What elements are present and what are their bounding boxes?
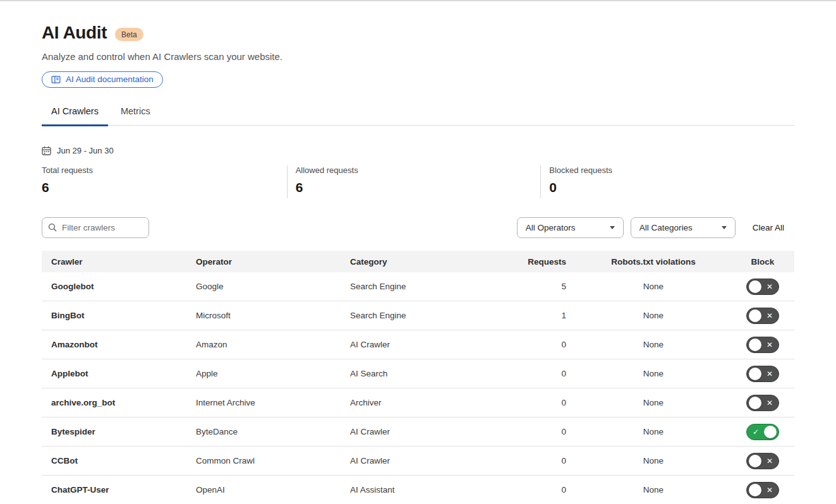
table-row: Bytespider ByteDance AI Crawler 0 None ✓… <box>42 417 794 447</box>
tab-ai-crawlers[interactable]: AI Crawlers <box>42 106 108 126</box>
crawler-name-cell: archive.org_bot <box>42 398 196 407</box>
table-row: Amazonbot Amazon AI Crawler 0 None ✓ ✕ <box>42 330 794 359</box>
stat-divider <box>540 165 541 198</box>
x-icon: ✕ <box>766 483 773 498</box>
block-toggle[interactable]: ✓ ✕ <box>746 308 779 324</box>
violations-cell: None <box>566 282 741 291</box>
block-toggle[interactable]: ✓ ✕ <box>746 337 779 353</box>
crawler-filter <box>42 217 149 238</box>
block-toggle[interactable]: ✓ ✕ <box>746 482 779 498</box>
documentation-button-label: AI Audit documentation <box>66 75 154 84</box>
crawler-name-cell: Googlebot <box>42 282 196 291</box>
stat-blocked-requests: Blocked requests 0 <box>549 165 794 198</box>
block-toggle[interactable]: ✓ ✕ <box>746 424 779 440</box>
requests-cell: 1 <box>504 311 566 320</box>
crawler-name-cell: Amazonbot <box>42 340 196 349</box>
toggle-knob <box>764 426 777 438</box>
x-icon: ✕ <box>766 337 773 352</box>
operators-dropdown-value: All Operators <box>526 223 576 232</box>
block-cell: ✓ ✕ <box>741 308 794 324</box>
clear-all-button[interactable]: Clear All <box>753 223 784 232</box>
operator-cell: Google <box>196 282 350 291</box>
operators-dropdown[interactable]: All Operators <box>517 217 624 238</box>
beta-badge: Beta <box>115 28 143 41</box>
violations-cell: None <box>566 311 741 320</box>
block-cell: ✓ ✕ <box>741 453 794 469</box>
violations-cell: None <box>566 398 741 407</box>
requests-cell: 0 <box>504 340 566 349</box>
stat-value: 6 <box>42 180 287 195</box>
column-header-crawler: Crawler <box>42 257 196 267</box>
column-header-violations: Robots.txt violations <box>566 257 741 267</box>
table-row: CCBot Common Crawl AI Crawler 0 None ✓ ✕ <box>42 447 794 476</box>
toggle-knob <box>749 368 761 380</box>
violations-cell: None <box>566 369 741 378</box>
filter-crawlers-input[interactable] <box>42 217 149 238</box>
stat-value: 0 <box>549 180 794 195</box>
block-toggle[interactable]: ✓ ✕ <box>746 279 779 295</box>
violations-cell: None <box>566 456 741 465</box>
categories-dropdown-value: All Categories <box>639 223 693 232</box>
filter-controls: All Operators All Categories Clear All <box>517 217 794 238</box>
table-row: BingBot Microsoft Search Engine 1 None ✓… <box>42 301 794 330</box>
chevron-down-icon <box>722 226 727 229</box>
block-cell: ✓ ✕ <box>741 482 794 498</box>
table-body: Googlebot Google Search Engine 5 None ✓ … <box>42 272 794 504</box>
block-cell: ✓ ✕ <box>741 366 794 382</box>
column-header-requests: Requests <box>504 257 566 267</box>
requests-cell: 0 <box>504 427 566 436</box>
violations-cell: None <box>566 427 741 436</box>
check-icon: ✓ <box>753 424 759 440</box>
operator-cell: Common Crawl <box>196 456 350 465</box>
x-icon: ✕ <box>766 279 773 294</box>
requests-cell: 5 <box>504 282 566 291</box>
categories-dropdown[interactable]: All Categories <box>631 217 736 238</box>
block-toggle[interactable]: ✓ ✕ <box>746 366 779 382</box>
block-cell: ✓ ✕ <box>741 395 794 411</box>
page-header: AI Audit Beta <box>42 23 794 43</box>
stat-value: 6 <box>296 180 541 195</box>
toggle-knob <box>749 339 761 351</box>
table-header: Crawler Operator Category Requests Robot… <box>42 251 794 272</box>
crawler-name-cell: ChatGPT-User <box>42 485 196 495</box>
stat-label: Allowed requests <box>296 165 541 175</box>
stat-label: Blocked requests <box>549 165 794 175</box>
toggle-knob <box>749 280 761 293</box>
violations-cell: None <box>566 340 741 349</box>
tab-metrics[interactable]: Metrics <box>111 106 160 126</box>
crawler-name-cell: Applebot <box>42 369 196 378</box>
stat-allowed-requests: Allowed requests 6 <box>296 165 541 198</box>
block-cell: ✓ ✕ <box>741 279 794 295</box>
toggle-knob <box>749 309 761 322</box>
table-row: archive.org_bot Internet Archive Archive… <box>42 388 794 417</box>
stat-label: Total requests <box>42 165 287 175</box>
requests-cell: 0 <box>504 369 566 378</box>
requests-cell: 0 <box>504 456 566 465</box>
main-content: AI Audit Beta Analyze and control when A… <box>42 23 794 504</box>
requests-cell: 0 <box>504 398 566 407</box>
tab-bar: AI Crawlers Metrics <box>42 106 794 126</box>
date-range-picker[interactable]: Jun 29 - Jun 30 <box>42 146 114 155</box>
crawler-name-cell: BingBot <box>42 311 196 320</box>
block-toggle[interactable]: ✓ ✕ <box>746 453 779 469</box>
column-header-operator: Operator <box>196 257 350 267</box>
category-cell: Archiver <box>350 398 504 407</box>
block-cell: ✓ ✕ <box>741 337 794 353</box>
table-row: ChatGPT-User OpenAI AI Assistant 0 None … <box>42 476 794 504</box>
block-toggle[interactable]: ✓ ✕ <box>746 395 779 411</box>
crawler-name-cell: Bytespider <box>42 427 196 436</box>
x-icon: ✕ <box>766 366 773 381</box>
operator-cell: Internet Archive <box>196 398 350 407</box>
violations-cell: None <box>566 485 741 495</box>
documentation-button[interactable]: AI Audit documentation <box>42 71 163 88</box>
category-cell: AI Search <box>350 369 504 378</box>
toggle-knob <box>749 397 761 409</box>
calendar-icon <box>42 146 51 155</box>
x-icon: ✕ <box>766 308 773 323</box>
column-header-category: Category <box>350 257 504 267</box>
toggle-knob <box>749 455 761 467</box>
x-icon: ✕ <box>766 395 773 411</box>
block-cell: ✓ ✕ <box>741 424 794 440</box>
table-row: Applebot Apple AI Search 0 None ✓ ✕ <box>42 359 794 388</box>
page-title: AI Audit <box>42 23 107 43</box>
